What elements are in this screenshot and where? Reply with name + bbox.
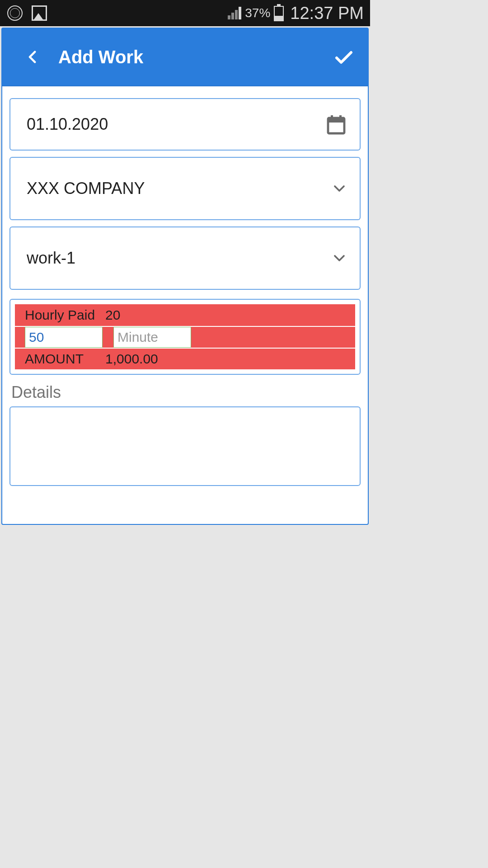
back-button[interactable] xyxy=(24,48,42,66)
clock-icon xyxy=(7,5,23,21)
form-body: 01.10.2020 XXX COMPANY work-1 Hourly Pai… xyxy=(2,86,368,491)
chevron-left-icon xyxy=(25,49,41,65)
confirm-button[interactable] xyxy=(333,46,355,68)
date-field[interactable]: 01.10.2020 xyxy=(9,98,361,151)
status-left xyxy=(7,5,47,21)
chevron-down-icon xyxy=(332,250,347,266)
svg-rect-3 xyxy=(339,115,342,119)
battery-percentage: 37% xyxy=(245,6,270,20)
image-icon xyxy=(32,5,47,21)
amount-value: 1,000.00 xyxy=(105,351,158,367)
check-icon xyxy=(333,46,355,68)
page-title: Add Work xyxy=(58,47,333,67)
hours-input[interactable] xyxy=(25,327,103,348)
app-container: Add Work 01.10.2020 XXX COMPANY work-1 xyxy=(1,28,369,525)
status-time: 12:37 PM xyxy=(290,4,364,23)
details-label: Details xyxy=(11,383,361,402)
status-bar: 37% 12:37 PM xyxy=(0,0,370,26)
company-value: XXX COMPANY xyxy=(27,179,332,198)
time-row xyxy=(15,326,355,348)
work-value: work-1 xyxy=(27,249,332,268)
minute-input[interactable] xyxy=(113,327,191,348)
signal-icon xyxy=(228,7,241,19)
hourly-row: Hourly Paid 20 xyxy=(15,304,355,326)
details-input[interactable] xyxy=(9,406,361,486)
amount-label: AMOUNT xyxy=(15,351,105,367)
amount-row: AMOUNT 1,000.00 xyxy=(15,348,355,369)
app-header: Add Work xyxy=(2,28,368,86)
company-dropdown[interactable]: XXX COMPANY xyxy=(9,157,361,220)
battery-icon xyxy=(274,6,284,21)
svg-rect-1 xyxy=(328,118,344,123)
calendar-icon xyxy=(325,113,347,135)
calculation-panel: Hourly Paid 20 AMOUNT 1,000.00 xyxy=(9,299,361,375)
date-value: 01.10.2020 xyxy=(27,115,325,134)
hourly-label: Hourly Paid xyxy=(15,307,105,323)
chevron-down-icon xyxy=(332,181,347,196)
status-right: 37% 12:37 PM xyxy=(228,4,364,23)
hourly-rate: 20 xyxy=(105,307,120,323)
work-dropdown[interactable]: work-1 xyxy=(9,226,361,290)
svg-rect-2 xyxy=(331,115,333,119)
